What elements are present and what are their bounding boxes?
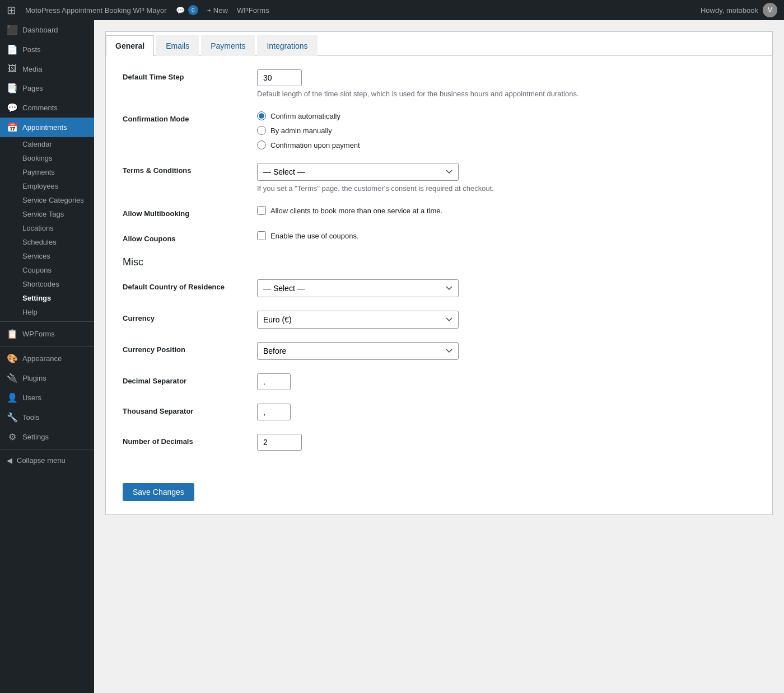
thousand-separator-input[interactable] [257,404,291,420]
radio-by-admin-manually[interactable]: By admin manually [257,126,755,135]
allow-multibooking-checkbox-label: Allow clients to book more than one serv… [270,207,442,215]
sidebar-item-plugins[interactable]: 🔌 Plugins [0,368,94,388]
default-time-step-description: Default length of the time slot step, wh… [257,90,755,98]
sidebar-item-tools[interactable]: 🔧 Tools [0,408,94,427]
allow-coupons-checkbox-label: Enable the use of coupons. [270,232,359,240]
sidebar-item-dashboard[interactable]: ⬛ Dashboard [0,20,94,40]
submenu-services[interactable]: Services [0,249,94,263]
radio-confirm-automatically-label: Confirm automatically [270,112,340,120]
sidebar-item-comments[interactable]: 💬 Comments [0,98,94,118]
save-changes-button[interactable]: Save Changes [123,483,194,501]
currency-select[interactable]: Euro (€) US Dollar ($) British Pound (£) [257,311,459,329]
tab-integrations[interactable]: Integrations [257,35,317,56]
radio-confirm-automatically[interactable]: Confirm automatically [257,111,755,120]
sidebar-item-media[interactable]: 🖼 Media [0,59,94,78]
comment-count: 0 [188,5,198,15]
submenu-coupons[interactable]: Coupons [0,263,94,277]
default-time-step-label: Default Time Step [123,69,246,81]
submenu-payments[interactable]: Payments [0,165,94,179]
pages-icon: 📑 [7,83,18,93]
terms-conditions-description: If you set a "Terms" page, the customer'… [257,184,755,193]
decimal-separator-input[interactable] [257,373,291,390]
default-country-select[interactable]: — Select — [257,279,459,297]
site-name[interactable]: MotoPress Appointment Booking WP Mayor [25,6,167,15]
confirmation-mode-label: Confirmation Mode [123,111,246,123]
terms-conditions-label: Terms & Conditions [123,163,246,175]
appointments-icon: 📅 [7,122,18,133]
comments-link[interactable]: 💬 0 [176,5,198,15]
plugins-icon: 🔌 [7,373,18,383]
new-content-link[interactable]: + New [207,6,228,15]
radio-by-admin-manually-input[interactable] [257,126,266,135]
submenu-service-categories[interactable]: Service Categories [0,193,94,207]
allow-coupons-checkbox-wrapper[interactable]: Enable the use of coupons. [257,231,755,240]
submenu-settings[interactable]: Settings [0,291,94,305]
number-of-decimals-field [257,434,755,451]
sidebar-item-appointments[interactable]: 📅 Appointments [0,118,94,137]
currency-position-select[interactable]: Before After [257,342,459,360]
sidebar-item-wpforms[interactable]: 📋 WPForms [0,324,94,344]
radio-confirmation-on-payment-input[interactable] [257,141,266,149]
submenu-bookings[interactable]: Bookings [0,151,94,165]
thousand-separator-row: Thousand Separator [123,404,755,420]
terms-conditions-select[interactable]: — Select — [257,163,459,181]
tab-emails[interactable]: Emails [156,35,199,56]
decimal-separator-field [257,373,755,390]
collapse-menu[interactable]: ◀ Collapse menu [0,452,94,469]
submenu-help[interactable]: Help [0,305,94,319]
allow-multibooking-checkbox-wrapper[interactable]: Allow clients to book more than one serv… [257,206,755,215]
allow-coupons-field: Enable the use of coupons. [257,231,755,240]
submenu-schedules[interactable]: Schedules [0,235,94,249]
tools-icon: 🔧 [7,412,18,423]
howdy-text: Howdy, motobook [701,6,758,15]
sidebar-item-settings[interactable]: ⚙ Settings [0,427,94,447]
currency-row: Currency Euro (€) US Dollar ($) British … [123,311,755,329]
sidebar-item-appearance[interactable]: 🎨 Appearance [0,349,94,368]
default-country-row: Default Country of Residence — Select — [123,279,755,297]
sidebar-item-users[interactable]: 👤 Users [0,388,94,408]
currency-position-label: Currency Position [123,342,246,354]
avatar[interactable]: M [763,3,777,17]
thousand-separator-field [257,404,755,420]
confirmation-mode-row: Confirmation Mode Confirm automatically … [123,111,755,149]
allow-multibooking-row: Allow Multibooking Allow clients to book… [123,206,755,218]
currency-field: Euro (€) US Dollar ($) British Pound (£) [257,311,755,329]
sidebar-item-posts[interactable]: 📄 Posts [0,40,94,59]
settings-icon: ⚙ [7,432,18,442]
number-of-decimals-label: Number of Decimals [123,434,246,446]
dashboard-icon: ⬛ [7,25,18,35]
comments-icon: 💬 [7,102,18,113]
radio-by-admin-manually-label: By admin manually [270,127,332,135]
allow-coupons-checkbox[interactable] [257,231,266,240]
default-time-step-row: Default Time Step Default length of the … [123,69,755,98]
appearance-icon: 🎨 [7,353,18,364]
radio-confirm-automatically-input[interactable] [257,111,266,120]
allow-coupons-label: Allow Coupons [123,231,246,243]
radio-confirmation-on-payment[interactable]: Confirmation upon payment [257,141,755,149]
sidebar-item-pages[interactable]: 📑 Pages [0,78,94,98]
radio-confirmation-on-payment-label: Confirmation upon payment [270,141,360,149]
tab-bar: General Emails Payments Integrations [106,32,772,56]
allow-coupons-row: Allow Coupons Enable the use of coupons. [123,231,755,243]
tab-general[interactable]: General [106,35,154,56]
users-icon: 👤 [7,392,18,403]
posts-icon: 📄 [7,44,18,55]
submenu-service-tags[interactable]: Service Tags [0,207,94,221]
terms-conditions-row: Terms & Conditions — Select — If you set… [123,163,755,193]
submenu-shortcodes[interactable]: Shortcodes [0,277,94,291]
default-time-step-input[interactable] [257,69,302,86]
misc-section-title: Misc [123,256,755,268]
wpforms-link[interactable]: WPForms [237,6,269,15]
allow-multibooking-checkbox[interactable] [257,206,266,215]
thousand-separator-label: Thousand Separator [123,404,246,415]
tab-payments[interactable]: Payments [201,35,255,56]
number-of-decimals-input[interactable] [257,434,302,451]
terms-conditions-field: — Select — If you set a "Terms" page, th… [257,163,755,193]
submenu-locations[interactable]: Locations [0,221,94,235]
default-country-field: — Select — [257,279,755,297]
submenu-employees[interactable]: Employees [0,179,94,193]
default-time-step-field: Default length of the time slot step, wh… [257,69,755,98]
wp-logo-icon[interactable]: ⊞ [7,3,16,17]
form-actions: Save Changes [106,477,772,514]
submenu-calendar[interactable]: Calendar [0,137,94,151]
